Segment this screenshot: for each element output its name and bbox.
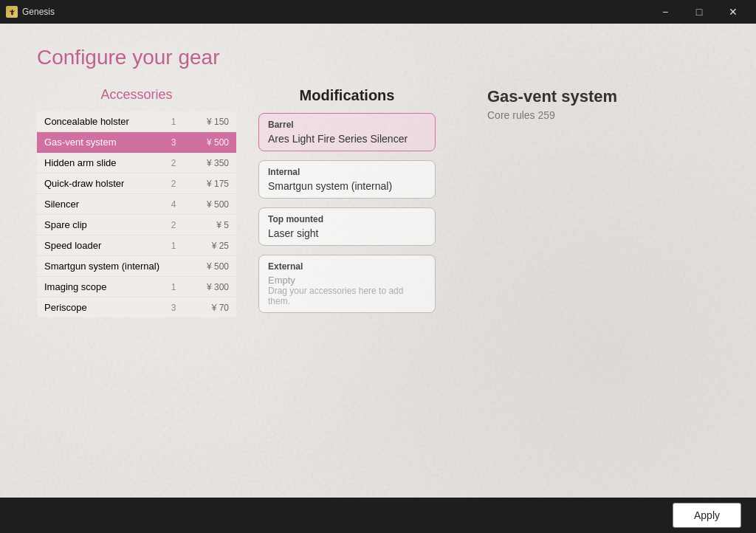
- selected-item-name: Gas-vent system: [487, 87, 719, 106]
- acc-item-qty: 2: [162, 158, 185, 168]
- slot-label: Top mounted: [268, 214, 426, 224]
- accessories-list: Concealable holster1¥ 150Gas-vent system…: [37, 111, 236, 317]
- accessories-list-item[interactable]: Concealable holster1¥ 150: [37, 111, 236, 132]
- accessories-list-item[interactable]: Periscope3¥ 70: [37, 298, 236, 317]
- accessories-list-item[interactable]: Spare clip2¥ 5: [37, 215, 236, 235]
- accessories-list-item[interactable]: Quick-draw holster2¥ 175: [37, 173, 236, 194]
- selected-item-source: Core rules 259: [487, 109, 719, 121]
- slot-label: Barrel: [268, 120, 426, 130]
- app-title: Genesis: [22, 7, 55, 17]
- accessories-list-item[interactable]: Speed loader1¥ 25: [37, 235, 236, 256]
- acc-item-name: Spare clip: [44, 219, 162, 230]
- mod-slot[interactable]: InternalSmartgun system (internal): [258, 160, 436, 199]
- apply-button[interactable]: Apply: [673, 503, 741, 528]
- accessories-list-item[interactable]: Silencer4¥ 500: [37, 194, 236, 215]
- acc-item-price: ¥ 500: [185, 199, 229, 210]
- acc-item-qty: 4: [162, 199, 185, 210]
- acc-item-qty: 2: [162, 179, 185, 189]
- mod-slots: BarrelAres Light Fire Series SilencerInt…: [258, 113, 436, 313]
- accessories-list-item[interactable]: Smartgun system (internal)¥ 500: [37, 256, 236, 277]
- acc-item-qty: 3: [162, 137, 185, 148]
- slot-label: Internal: [268, 167, 426, 177]
- close-button[interactable]: ✕: [716, 0, 750, 24]
- acc-item-name: Periscope: [44, 302, 162, 313]
- slot-value: Ares Light Fire Series Silencer: [268, 133, 426, 145]
- titlebar: 🗡 Genesis − □ ✕: [0, 0, 756, 24]
- acc-item-name: Imaging scope: [44, 281, 162, 292]
- slot-label: External: [268, 261, 426, 272]
- bottom-bar: Apply: [0, 498, 756, 533]
- acc-item-name: Gas-vent system: [44, 137, 162, 148]
- main-content: Configure your gear Accessories Conceala…: [0, 24, 756, 498]
- acc-item-name: Quick-draw holster: [44, 178, 162, 189]
- acc-item-qty: 3: [162, 303, 185, 313]
- info-panel: Gas-vent system Core rules 259: [458, 87, 719, 121]
- acc-item-qty: 1: [162, 117, 185, 127]
- titlebar-left: 🗡 Genesis: [6, 6, 55, 18]
- mod-slot[interactable]: Top mountedLaser sight: [258, 207, 436, 246]
- accessories-list-item[interactable]: Gas-vent system3¥ 500: [37, 132, 236, 153]
- slot-empty-label: Empty: [268, 275, 426, 286]
- acc-item-name: Silencer: [44, 199, 162, 210]
- acc-item-qty: 2: [162, 220, 185, 230]
- app-icon: 🗡: [6, 6, 18, 18]
- slot-value: Smartgun system (internal): [268, 180, 426, 192]
- titlebar-controls: − □ ✕: [648, 0, 750, 24]
- slot-drag-hint: Drag your accessories here to add them.: [268, 286, 426, 306]
- accessories-title: Accessories: [37, 87, 236, 103]
- acc-item-price: ¥ 500: [185, 137, 229, 148]
- acc-item-name: Speed loader: [44, 240, 162, 251]
- acc-item-price: ¥ 350: [185, 158, 229, 168]
- acc-item-qty: 1: [162, 282, 185, 292]
- acc-item-price: ¥ 70: [185, 303, 229, 313]
- mod-slot[interactable]: BarrelAres Light Fire Series Silencer: [258, 113, 436, 151]
- acc-item-qty: 1: [162, 241, 185, 251]
- modifications-title: Modifications: [258, 87, 436, 104]
- acc-item-price: ¥ 150: [185, 117, 229, 127]
- slot-value: Laser sight: [268, 227, 426, 239]
- maximize-button[interactable]: □: [682, 0, 716, 24]
- acc-item-price: ¥ 25: [185, 241, 229, 251]
- accessories-panel: Accessories Concealable holster1¥ 150Gas…: [37, 87, 236, 317]
- acc-item-name: Concealable holster: [44, 116, 162, 127]
- accessories-list-item[interactable]: Hidden arm slide2¥ 350: [37, 153, 236, 173]
- acc-item-price: ¥ 175: [185, 179, 229, 189]
- acc-item-price: ¥ 300: [185, 282, 229, 292]
- minimize-button[interactable]: −: [648, 0, 682, 24]
- acc-item-name: Hidden arm slide: [44, 157, 162, 168]
- content-layout: Accessories Concealable holster1¥ 150Gas…: [37, 87, 719, 322]
- acc-item-name: Smartgun system (internal): [44, 261, 162, 272]
- acc-item-price: ¥ 500: [185, 261, 229, 272]
- modifications-panel: Modifications BarrelAres Light Fire Seri…: [258, 87, 436, 322]
- accessories-list-item[interactable]: Imaging scope1¥ 300: [37, 277, 236, 298]
- page-title: Configure your gear: [37, 46, 719, 69]
- acc-item-price: ¥ 5: [185, 220, 229, 230]
- mod-slot[interactable]: ExternalEmptyDrag your accessories here …: [258, 255, 436, 313]
